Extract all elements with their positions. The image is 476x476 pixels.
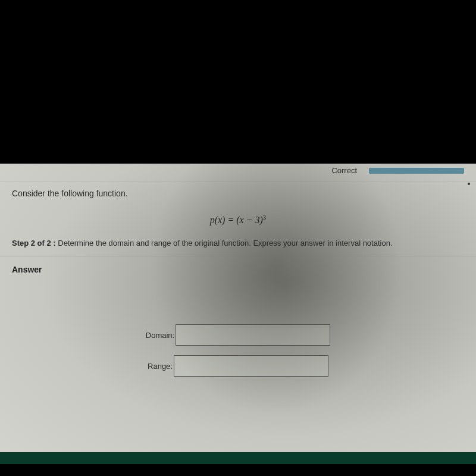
answer-header: Answer <box>0 256 476 283</box>
black-letterbox-top <box>0 0 476 164</box>
problem-content: Correct Consider the following function.… <box>0 164 476 464</box>
equation-equals: = <box>225 215 236 225</box>
bottom-green-strip <box>0 452 476 464</box>
decorative-dot <box>468 183 470 185</box>
range-input[interactable] <box>174 355 328 377</box>
domain-input[interactable] <box>176 324 330 346</box>
range-label: Range: <box>148 362 174 371</box>
question-prompt: Consider the following function. <box>0 181 476 203</box>
domain-label: Domain: <box>146 331 176 340</box>
step-instruction: Step 2 of 2 : Determine the domain and r… <box>0 236 476 256</box>
step-prefix: Step 2 of 2 : <box>12 239 56 248</box>
equation-lhs: p(x) <box>210 215 226 225</box>
range-row: Range: <box>148 355 328 377</box>
step-text: Determine the domain and range of the or… <box>56 239 393 248</box>
answer-inputs: Domain: Range: <box>0 324 476 377</box>
equation-exponent: 3 <box>263 214 267 221</box>
status-correct: Correct <box>331 166 357 175</box>
equation-rhs-base: (x − 3) <box>236 215 263 225</box>
progress-bar <box>369 168 464 174</box>
function-equation: p(x) = (x − 3)3 <box>0 203 476 236</box>
top-bar: Correct <box>0 164 476 181</box>
domain-row: Domain: <box>146 324 330 346</box>
